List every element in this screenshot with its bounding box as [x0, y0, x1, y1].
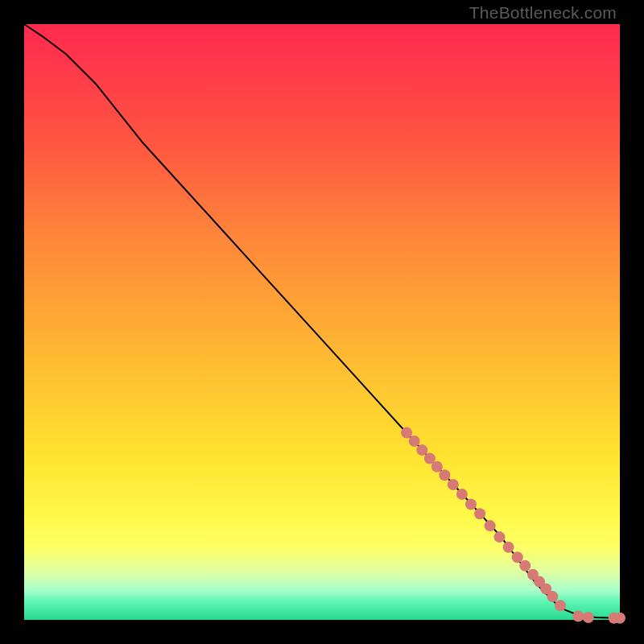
data-dot	[401, 427, 412, 439]
plot-area	[24, 24, 620, 620]
data-dot	[465, 498, 477, 510]
data-dot	[416, 444, 427, 456]
data-dot	[614, 613, 625, 624]
dots-group	[401, 427, 625, 624]
data-dot	[439, 469, 450, 481]
data-dot	[503, 542, 514, 553]
data-dot	[583, 612, 594, 623]
data-dot	[431, 461, 443, 473]
data-dot	[494, 531, 506, 543]
chart-svg	[24, 24, 620, 620]
data-dot	[512, 551, 523, 563]
data-dot	[485, 520, 496, 531]
data-dot	[572, 611, 584, 622]
data-dot	[555, 600, 566, 611]
data-dot	[547, 591, 558, 602]
watermark-text: TheBottleneck.com	[469, 3, 617, 23]
data-dot	[519, 560, 530, 572]
data-dot	[474, 508, 485, 519]
data-dot	[409, 436, 420, 447]
chart-frame: TheBottleneck.com	[0, 0, 644, 644]
data-dot	[456, 489, 468, 500]
curve-line	[24, 24, 620, 618]
data-dot	[448, 479, 459, 490]
